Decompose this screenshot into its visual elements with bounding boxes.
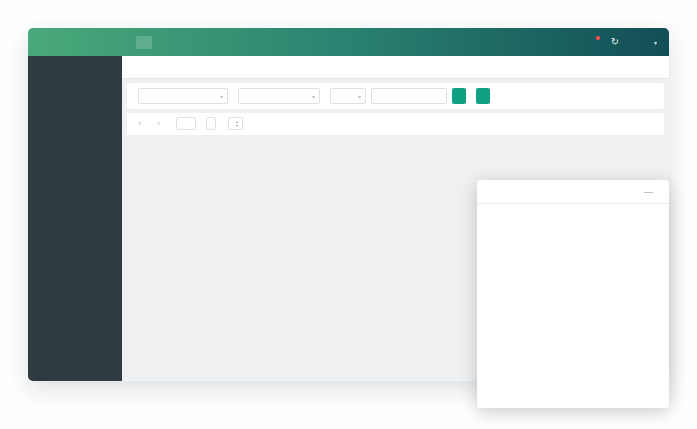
view-modal: — — [477, 180, 669, 408]
region-select[interactable]: ▾ — [138, 88, 228, 104]
chevron-down-icon: ▾ — [654, 39, 657, 46]
refresh-icon[interactable]: ↻ — [609, 36, 621, 48]
bell-icon[interactable] — [588, 36, 600, 48]
minimize-icon[interactable]: — — [644, 189, 653, 195]
page-size-select[interactable]: ▴▾ — [228, 117, 243, 130]
next-page-icon[interactable]: › — [152, 117, 165, 130]
updown-caret-icon: ▴▾ — [236, 120, 238, 127]
sidebar — [28, 56, 122, 381]
header-right: ↻ ▾ — [546, 36, 657, 48]
fullscreen-icon[interactable] — [630, 36, 642, 48]
chevron-down-icon: ▾ — [220, 93, 223, 100]
trigger-device-select[interactable]: ▾ — [238, 88, 320, 104]
user-menu[interactable]: ▾ — [651, 39, 657, 46]
page: ↻ ▾ — [0, 0, 697, 429]
sidebar-collapse-button[interactable] — [136, 36, 152, 49]
search-button[interactable] — [452, 88, 466, 104]
tab-bar — [122, 56, 669, 79]
modal-body — [477, 204, 669, 408]
filter-bar: ▾ ▾ ▾ — [127, 83, 664, 109]
modal-header: — — [477, 180, 669, 204]
add-link-task-button[interactable] — [476, 88, 490, 104]
task-status-select[interactable]: ▾ — [330, 88, 366, 104]
goto-confirm-button[interactable] — [206, 117, 216, 130]
notification-badge — [596, 36, 600, 40]
help-icon[interactable] — [567, 36, 579, 48]
task-table-card: ‹ › ▴▾ — [127, 113, 664, 135]
goto-page-input[interactable] — [176, 117, 196, 130]
top-header: ↻ ▾ — [28, 28, 669, 56]
chevron-down-icon: ▾ — [312, 93, 315, 100]
pagination: ‹ › ▴▾ — [127, 113, 664, 135]
prev-page-icon[interactable]: ‹ — [133, 117, 146, 130]
search-input[interactable] — [371, 88, 447, 104]
chevron-down-icon: ▾ — [358, 93, 361, 100]
